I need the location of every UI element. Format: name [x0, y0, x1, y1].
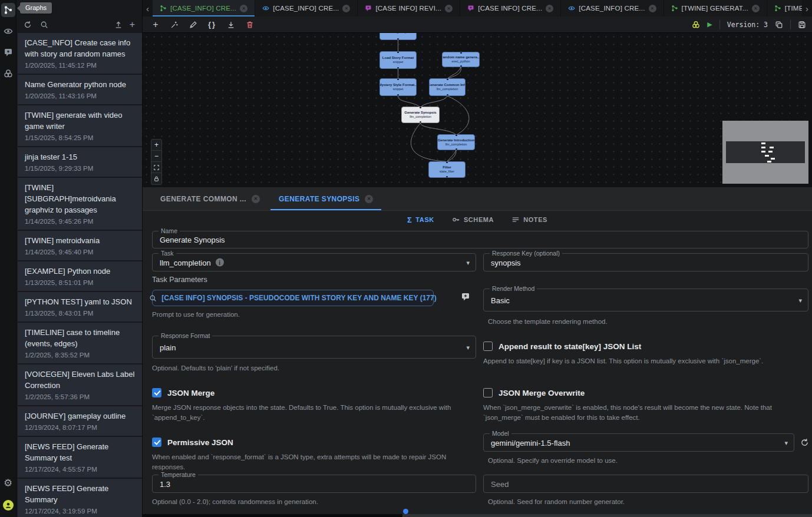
toolbar-button[interactable]: +	[148, 18, 163, 31]
graph-node[interactable]: Filter state_filter	[428, 161, 466, 178]
rail-button[interactable]: ⚙	[1, 476, 15, 490]
editor-tab[interactable]: [TWINE] GENERAT... ✕	[664, 0, 767, 16]
response-key-field[interactable]: Response Key (optional) synopsis	[483, 253, 808, 271]
save-icon[interactable]	[798, 21, 806, 29]
checkbox-helper: When enabled and `response_format` is a …	[152, 452, 476, 472]
comment-icon	[467, 5, 474, 12]
flow-icon	[4, 5, 13, 15]
prompt-picker[interactable]: [CASE INFO] SYNOPSIS - PSEUDOCODE WITH S…	[152, 290, 434, 306]
checkbox[interactable]	[152, 388, 161, 397]
editor-tab[interactable]: [CASE_INFO] CRE... ✕	[153, 0, 255, 16]
fit-view-button[interactable]	[151, 162, 161, 173]
scroll-indicator[interactable]	[403, 509, 408, 514]
task-select[interactable]: Task llm_completion i ▾	[152, 253, 476, 271]
close-icon[interactable]: ✕	[445, 5, 453, 12]
graph-list-item[interactable]: Name Generator python node 1/20/2025, 11…	[18, 75, 142, 104]
panel-toolbar-button[interactable]: +	[130, 20, 135, 29]
gear-icon: ⚙	[4, 478, 12, 488]
graph-list-item[interactable]: [VOICEGEN] Eleven Labs Label Correction …	[18, 364, 142, 405]
toolbar-button[interactable]	[243, 18, 257, 31]
prompt-helper: Prompt to use for generation.	[152, 310, 240, 320]
graph-list-item[interactable]: [NEWS FEED] Generate Summary test 12/17/…	[18, 437, 142, 478]
toolbar-button[interactable]	[224, 18, 238, 31]
rail-button[interactable]	[1, 45, 15, 59]
editor-tab[interactable]: [CASE INFO] REVI... ✕	[358, 0, 460, 16]
copy-icon[interactable]	[775, 21, 783, 29]
rail-button[interactable]	[1, 3, 15, 17]
comment-icon	[4, 48, 13, 57]
node-tab[interactable]: GENERATE SYNOPSIS ✕	[270, 187, 381, 210]
close-icon[interactable]: ✕	[240, 5, 247, 12]
avatar-icon	[3, 500, 14, 511]
toolbar-button[interactable]	[186, 18, 200, 31]
scrollbar-thumb[interactable]	[402, 514, 812, 517]
node-tab[interactable]: GENERATE COMMON ... ✕	[152, 187, 268, 210]
graph-node[interactable]: state_mkey	[379, 33, 417, 40]
zoom-out-button[interactable]: −	[151, 151, 161, 162]
tab-label: [CASE_INFO] CRE...	[170, 5, 236, 12]
temperature-field[interactable]: Temperature 1.3	[152, 475, 476, 493]
model-select[interactable]: Model gemini/gemini-1.5-flash ▾	[483, 433, 794, 452]
minimap[interactable]	[722, 121, 808, 184]
lock-button[interactable]	[151, 173, 161, 184]
graph-node[interactable]: Mystery Style Format... snippet	[379, 78, 417, 96]
graph-list-item[interactable]: jinja tester 1-15 1/15/2025, 9:29:33 PM	[18, 147, 142, 177]
graph-canvas[interactable]: state_mkey Load Story Format snippet ran…	[143, 33, 812, 187]
main-area: ‹ [CASE_INFO] CRE... ✕ [CASE_INFO] CRE..…	[143, 0, 812, 517]
detail-tab[interactable]: SCHEMA	[452, 216, 494, 224]
graph-list-item[interactable]: [JOURNEY] gameplay outline 12/19/2024, 8…	[18, 406, 142, 436]
panel-toolbar-button[interactable]	[114, 21, 123, 29]
editor-tab[interactable]: [CASE_INFO] CRE... ✕	[255, 0, 358, 16]
close-icon[interactable]: ✕	[649, 5, 656, 12]
chevron-right-icon[interactable]: ›	[802, 0, 812, 16]
render-method-select[interactable]: Render Method Basic ▾	[483, 289, 808, 311]
rail-button[interactable]	[1, 67, 15, 81]
close-icon[interactable]: ✕	[752, 5, 760, 12]
close-icon[interactable]: ✕	[252, 195, 260, 203]
chevron-left-icon[interactable]: ‹	[143, 0, 153, 16]
checkbox[interactable]	[483, 388, 493, 397]
graph-toolbar: + {}	[143, 16, 812, 33]
zoom-in-button[interactable]: +	[151, 140, 161, 151]
graph-list-item[interactable]: [TIMELINE] case to timeline (events, edg…	[18, 323, 142, 363]
close-icon[interactable]: ✕	[342, 5, 350, 12]
graph-list-item[interactable]: [EXAMPLE] Python node 1/13/2025, 8:51:01…	[18, 261, 142, 291]
editor-tab[interactable]: [CASE INFO] CRE... ✕	[460, 0, 561, 16]
detail-tab[interactable]: NOTES	[511, 216, 547, 224]
editor-tab[interactable]: [CASE_INFO] CRE... ✕	[561, 0, 664, 16]
graph-list-item[interactable]: [PYTHON TEST] yaml to JSON 1/13/2025, 8:…	[18, 292, 142, 322]
response-format-select[interactable]: Response Format plain ▾	[152, 336, 476, 359]
panel-toolbar-button[interactable]	[24, 21, 32, 29]
panel-toolbar-button[interactable]	[40, 21, 48, 29]
detail-tab[interactable]: Σ TASK	[407, 216, 434, 224]
toolbar-button[interactable]: {}	[205, 18, 219, 31]
graph-timestamp: 12/17/2024, 4:55:57 PM	[25, 465, 135, 473]
info-icon[interactable]: i	[216, 258, 224, 267]
close-icon[interactable]: ✕	[546, 5, 553, 12]
knot-icon[interactable]	[692, 21, 700, 29]
refresh-models-icon[interactable]	[798, 436, 811, 449]
seed-field[interactable]: Seed	[483, 475, 808, 493]
graph-list-item[interactable]: [NEWS FEED] Generate Summary 12/17/2024,…	[18, 479, 142, 517]
graph-list-item[interactable]: [TWINE][SUBGRAPH]metroidvania graphviz t…	[18, 178, 142, 230]
graph-node[interactable]: Load Story Format snippet	[379, 51, 417, 69]
graph-node[interactable]: Generate Common Info llm_completion	[429, 78, 466, 96]
comment-add-icon[interactable]	[460, 291, 471, 303]
checkbox-row: JSON Merge Overwrite When `json_merge_ov…	[483, 388, 808, 423]
name-field[interactable]: Name Generate Synopsis	[152, 231, 808, 248]
checkbox[interactable]	[483, 342, 493, 351]
close-icon[interactable]: ✕	[365, 195, 373, 203]
rail-button[interactable]	[1, 498, 15, 512]
toolbar-button[interactable]	[167, 18, 181, 31]
rail-button[interactable]	[1, 24, 15, 38]
checkbox[interactable]	[152, 438, 161, 447]
graph-node[interactable]: random name genera... exec_python	[442, 52, 480, 67]
graph-list-item[interactable]: [TWINE] generate with video game writer …	[18, 105, 142, 146]
play-icon[interactable]: ▶	[707, 21, 712, 28]
graph-list-item[interactable]: [CASE_INFO] Create case info with story …	[18, 33, 142, 74]
graph-node[interactable]: Generate Introduction llm_completion	[437, 134, 475, 150]
graph-list-item[interactable]: [TWINE] metroidvania 1/14/2025, 9:45:40 …	[18, 231, 142, 260]
horizontal-scrollbar[interactable]	[143, 514, 812, 517]
checkbox-helper: Append to state[key] if key is a JSON li…	[483, 356, 808, 366]
graph-node[interactable]: Generate Synopsis llm_completion	[401, 107, 440, 123]
